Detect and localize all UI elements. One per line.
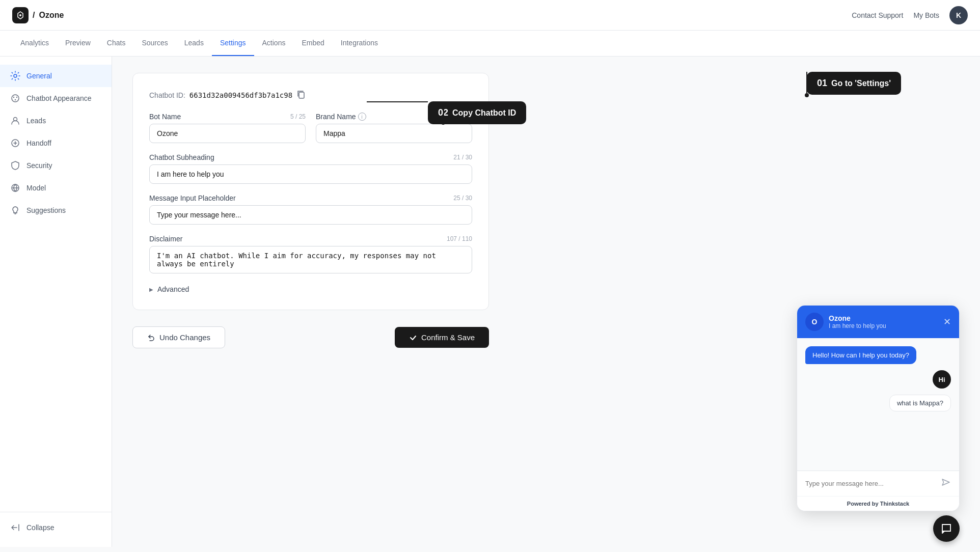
tab-actions[interactable]: Actions <box>254 31 294 56</box>
chat-user-hi: Hi <box>933 370 951 389</box>
brand-name-info-icon[interactable]: i <box>358 113 366 121</box>
subheading-label-row: Chatbot Subheading 21 / 30 <box>149 153 472 161</box>
checkmark-icon <box>409 334 417 342</box>
placeholder-count: 25 / 30 <box>453 195 472 202</box>
connector-line-2 <box>443 101 444 122</box>
person-icon <box>10 116 20 126</box>
sidebar-item-label: Suggestions <box>26 206 66 214</box>
tab-embed[interactable]: Embed <box>293 31 332 56</box>
user-avatar[interactable]: K <box>949 6 968 24</box>
undo-label: Undo Changes <box>159 333 210 342</box>
sidebar-item-suggestions[interactable]: Suggestions <box>0 199 112 222</box>
bot-name-label-row: Bot Name 5 / 25 <box>149 113 306 121</box>
sidebar-item-collapse[interactable]: Collapse <box>0 516 112 539</box>
undo-button[interactable]: Undo Changes <box>132 326 225 348</box>
tab-preview[interactable]: Preview <box>57 31 99 56</box>
disclaimer-group: Disclaimer 107 / 110 <box>149 235 472 275</box>
sidebar-item-label: Leads <box>26 117 46 125</box>
chat-bot-name: Ozone <box>829 314 938 322</box>
chat-input[interactable] <box>805 480 937 487</box>
copy-icon[interactable] <box>296 90 306 99</box>
app-logo[interactable]: / Ozone <box>12 7 64 23</box>
bot-name-input[interactable] <box>149 124 306 143</box>
tab-integrations[interactable]: Integrations <box>333 31 386 56</box>
chat-fab-button[interactable] <box>933 515 960 542</box>
chat-avatar: O <box>805 313 824 331</box>
chatbot-id-label: Chatbot ID: <box>149 91 185 99</box>
advanced-toggle[interactable]: ▶ Advanced <box>149 285 472 293</box>
svg-point-0 <box>19 14 21 16</box>
sidebar-item-security[interactable]: Security <box>0 154 112 177</box>
save-label: Confirm & Save <box>421 333 475 342</box>
user-hi-bubble: Hi <box>933 370 951 389</box>
collapse-icon <box>10 522 20 533</box>
chat-powered: Powered by Thinkstack <box>797 496 959 511</box>
tab-settings[interactable]: Settings <box>212 31 254 56</box>
sidebar-bottom: Collapse <box>0 512 112 539</box>
sidebar-item-label: General <box>26 72 52 80</box>
placeholder-label: Message Input Placeholder <box>149 194 236 202</box>
sidebar-item-label: Chatbot Appearance <box>26 94 92 102</box>
app-name: / <box>33 11 35 20</box>
sidebar-item-general[interactable]: General <box>0 65 112 87</box>
disclaimer-count: 107 / 110 <box>447 235 472 242</box>
name-row: Bot Name 5 / 25 Brand Name i 5 / 50 <box>149 113 472 143</box>
subheading-label: Chatbot Subheading <box>149 153 214 161</box>
tab-analytics[interactable]: Analytics <box>12 31 57 56</box>
undo-icon <box>147 334 155 342</box>
subheading-input[interactable] <box>149 164 472 184</box>
my-bots-link[interactable]: My Bots <box>913 11 939 19</box>
contact-support-link[interactable]: Contact Support <box>852 11 903 19</box>
save-button[interactable]: Confirm & Save <box>395 327 489 348</box>
svg-point-5 <box>15 99 16 100</box>
bot-name-label: Bot Name <box>149 113 181 121</box>
chat-user-question: what is Mappa? <box>889 395 951 411</box>
copy-icon-container[interactable] <box>296 90 306 100</box>
connector-dot-2 <box>441 121 445 125</box>
tooltip-step1-box: 01 Go to 'Settings' <box>807 72 901 95</box>
chat-preview: O Ozone I am here to help you ✕ Hello! H… <box>797 305 960 511</box>
chevron-right-icon: ▶ <box>149 287 153 292</box>
svg-point-2 <box>12 95 19 102</box>
bot-name-group: Bot Name 5 / 25 <box>149 113 306 143</box>
chat-send-button[interactable] <box>941 477 951 490</box>
sidebar-item-leads[interactable]: Leads <box>0 109 112 132</box>
connector-dot <box>805 93 809 97</box>
powered-by-text: Powered by <box>847 501 879 507</box>
tab-chats[interactable]: Chats <box>99 31 134 56</box>
sidebar-item-label: Model <box>26 184 46 192</box>
sidebar-item-model[interactable]: Model <box>0 177 112 199</box>
brand-name-input[interactable] <box>316 124 472 143</box>
logo-icon <box>12 7 29 23</box>
bot-name-count: 5 / 25 <box>290 113 306 120</box>
svg-point-3 <box>13 97 14 98</box>
chat-input-row <box>797 471 959 496</box>
chatbot-id-row: Chatbot ID: 6631d32a009456df3b7a1c98 <box>149 90 472 100</box>
placeholder-input[interactable] <box>149 205 472 225</box>
tooltip-step1-text: Go to 'Settings' <box>831 79 891 88</box>
advanced-label: Advanced <box>157 285 189 293</box>
sidebar-item-chatbot-appearance[interactable]: Chatbot Appearance <box>0 87 112 109</box>
bulb-icon <box>10 205 20 215</box>
sidebar-item-handoff[interactable]: Handoff <box>0 132 112 154</box>
disclaimer-label-row: Disclaimer 107 / 110 <box>149 235 472 243</box>
tooltip-step2-text: Copy Chatbot ID <box>452 108 516 118</box>
chat-close-button[interactable]: ✕ <box>943 316 951 327</box>
tab-sources[interactable]: Sources <box>133 31 176 56</box>
disclaimer-input[interactable] <box>149 246 472 273</box>
gear-icon <box>10 71 20 81</box>
placeholder-group: Message Input Placeholder 25 / 30 <box>149 194 472 225</box>
chat-bot-subheading: I am here to help you <box>829 322 938 329</box>
sidebar-item-label: Security <box>26 161 52 170</box>
palette-icon <box>10 93 20 103</box>
subheading-group: Chatbot Subheading 21 / 30 <box>149 153 472 184</box>
app-name-text: Ozone <box>39 11 64 20</box>
handoff-icon <box>10 138 20 148</box>
svg-rect-9 <box>299 92 304 98</box>
tab-leads[interactable]: Leads <box>176 31 212 56</box>
placeholder-label-row: Message Input Placeholder 25 / 30 <box>149 194 472 202</box>
nav-tabs: Analytics Preview Chats Sources Leads Se… <box>0 31 980 57</box>
svg-point-4 <box>16 97 17 98</box>
chat-header: O Ozone I am here to help you ✕ <box>797 306 959 338</box>
sidebar-item-label: Collapse <box>26 523 54 532</box>
